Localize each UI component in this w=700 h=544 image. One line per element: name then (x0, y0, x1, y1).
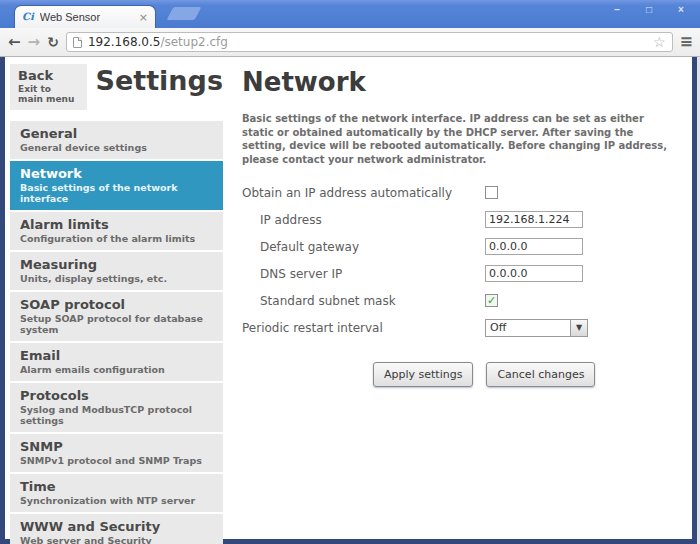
ip-address-row: IP address (242, 206, 682, 233)
window-minimize-button[interactable]: – (606, 4, 628, 17)
reload-icon[interactable]: ↻ (47, 35, 59, 49)
default-gateway-label: Default gateway (260, 240, 485, 254)
sidebar-item-subtitle: Web server and Security configuration (20, 535, 213, 544)
window-close-button[interactable]: × (670, 4, 692, 17)
sidebar-item-subtitle: Alarm emails configuration (20, 364, 213, 375)
back-button-subtitle: Exit to main menu (18, 84, 79, 104)
url-path: /setup2.cfg (160, 35, 228, 49)
ip-address-field[interactable] (485, 211, 583, 228)
sidebar-item-title: SOAP protocol (20, 297, 213, 312)
address-bar[interactable]: 192.168.0.5/setup2.cfg ☆ (66, 32, 673, 52)
dns-server-field[interactable] (485, 265, 583, 282)
sidebar-item-snmp[interactable]: SNMP SNMPv1 protocol and SNMP Traps (10, 434, 223, 472)
restart-interval-value: Off (486, 321, 570, 334)
sidebar-item-subtitle: Basic settings of the network interface (20, 182, 213, 204)
page-document-icon (73, 37, 82, 48)
dhcp-row: Obtain an IP address automatically (242, 179, 682, 206)
cancel-changes-button[interactable]: Cancel changes (486, 362, 595, 387)
sidebar-item-title: Time (20, 479, 213, 494)
sidebar-item-subtitle: Synchronization with NTP server (20, 495, 213, 506)
dns-server-row: DNS server IP (242, 260, 682, 287)
sidebar-item-subtitle: Units, display settings, etc. (20, 273, 213, 284)
sidebar-item-title: Protocols (20, 388, 213, 403)
sidebar-item-title: Alarm limits (20, 217, 213, 232)
back-button-label: Back (18, 69, 79, 83)
sidebar-item-title: Email (20, 348, 213, 363)
window-controls: – □ × (606, 4, 692, 17)
sidebar-item-title: SNMP (20, 439, 213, 454)
restart-interval-select[interactable]: Off ▼ (485, 319, 588, 337)
restart-interval-label: Periodic restart interval (242, 321, 485, 335)
subnet-mask-row: Standard subnet mask ✓ (242, 287, 682, 314)
sidebar-item-www-security[interactable]: WWW and Security Web server and Security… (10, 514, 223, 544)
back-icon[interactable]: ← (8, 35, 21, 50)
page-content: Back Exit to main menu Settings General … (0, 57, 697, 544)
url-text[interactable]: 192.168.0.5/setup2.cfg (88, 35, 647, 49)
sidebar-item-subtitle: SNMPv1 protocol and SNMP Traps (20, 455, 213, 466)
default-gateway-row: Default gateway (242, 233, 682, 260)
sidebar-item-title: WWW and Security (20, 519, 213, 534)
sidebar-item-title: General (20, 126, 213, 141)
dhcp-label: Obtain an IP address automatically (242, 186, 485, 200)
ip-address-label: IP address (260, 213, 485, 227)
check-icon: ✓ (487, 295, 496, 306)
default-gateway-field[interactable] (485, 238, 583, 255)
browser-tab[interactable]: Ci Web Sensor × (14, 5, 156, 28)
form-buttons: Apply settings Cancel changes (373, 362, 682, 387)
network-settings-panel: Network Basic settings of the network in… (223, 64, 692, 539)
sidebar-item-soap-protocol[interactable]: SOAP protocol Setup SOAP protocol for da… (10, 292, 223, 341)
network-form: Obtain an IP address automatically IP ad… (242, 179, 682, 341)
subnet-mask-checkbox[interactable]: ✓ (485, 294, 498, 307)
browser-toolbar: ← → ↻ 192.168.0.5/setup2.cfg ☆ ≡ (0, 28, 700, 57)
tab-title: Web Sensor (40, 11, 133, 23)
browser-titlebar: Ci Web Sensor × – □ × (0, 0, 700, 28)
chevron-down-icon[interactable]: ▼ (570, 320, 587, 336)
sidebar-item-protocols[interactable]: Protocols Syslog and ModbusTCP protocol … (10, 383, 223, 432)
url-host: 192.168.0.5 (88, 35, 161, 49)
sidebar-item-time[interactable]: Time Synchronization with NTP server (10, 474, 223, 512)
comet-logo-favicon-icon: Ci (22, 12, 34, 22)
page-title: Network (242, 67, 682, 97)
apply-settings-button[interactable]: Apply settings (373, 362, 473, 387)
browser-menu-icon[interactable]: ≡ (680, 34, 692, 50)
subnet-mask-label: Standard subnet mask (260, 294, 485, 308)
sidebar-item-title: Measuring (20, 257, 213, 272)
dns-server-label: DNS server IP (260, 267, 485, 281)
sidebar-item-email[interactable]: Email Alarm emails configuration (10, 343, 223, 381)
sidebar-item-subtitle: Syslog and ModbusTCP protocol settings (20, 404, 213, 426)
window-maximize-button[interactable]: □ (638, 4, 660, 17)
sidebar-item-subtitle: General device settings (20, 142, 213, 153)
restart-interval-row: Periodic restart interval Off ▼ (242, 314, 682, 341)
settings-heading: Settings (96, 65, 223, 96)
sidebar-item-network[interactable]: Network Basic settings of the network in… (10, 161, 223, 210)
sidebar-item-subtitle: Configuration of the alarm limits (20, 233, 213, 244)
sidebar-item-alarm-limits[interactable]: Alarm limits Configuration of the alarm … (10, 212, 223, 250)
bookmark-star-icon[interactable]: ☆ (653, 35, 666, 49)
sidebar-item-subtitle: Setup SOAP protocol for database system (20, 313, 213, 335)
sidebar-item-measuring[interactable]: Measuring Units, display settings, etc. (10, 252, 223, 290)
sidebar-item-general[interactable]: General General device settings (10, 121, 223, 159)
tab-close-icon[interactable]: × (139, 12, 148, 23)
settings-sidebar: Back Exit to main menu Settings General … (10, 64, 223, 539)
dhcp-checkbox[interactable] (485, 186, 498, 199)
back-button[interactable]: Back Exit to main menu (10, 64, 87, 110)
sidebar-header: Back Exit to main menu Settings (10, 64, 223, 110)
page-description: Basic settings of the network interface.… (242, 112, 674, 166)
forward-icon: → (28, 35, 41, 50)
sidebar-item-title: Network (20, 166, 213, 181)
new-tab-button[interactable] (167, 7, 202, 20)
